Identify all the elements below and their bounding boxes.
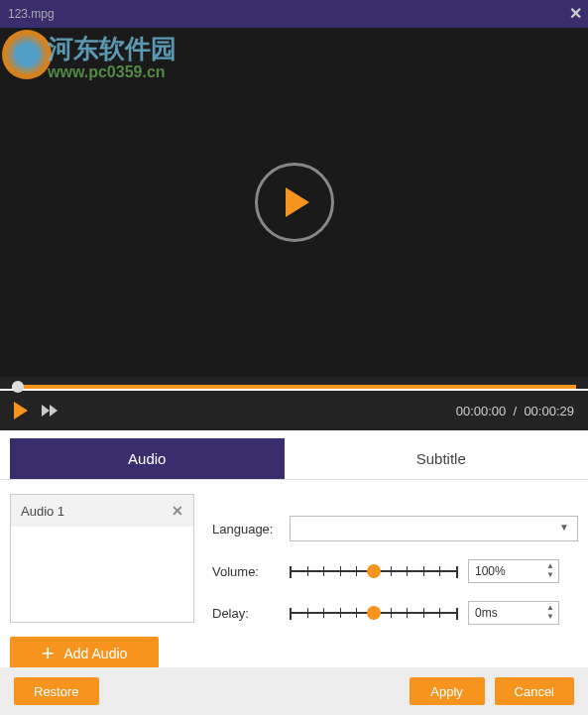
delay-spinner[interactable]: 0ms ▲▼ [468, 601, 559, 625]
volume-value: 100% [475, 564, 506, 578]
total-time: 00:00:29 [524, 404, 574, 418]
watermark-url: www.pc0359.cn [48, 63, 166, 81]
volume-label: Volume: [212, 564, 290, 579]
volume-slider[interactable] [290, 560, 458, 582]
language-select[interactable] [290, 516, 578, 541]
seek-bar[interactable] [12, 385, 576, 389]
titlebar: 123.mpg ✕ [0, 0, 588, 28]
remove-audio-icon[interactable]: ✕ [172, 503, 183, 519]
play-icon [286, 187, 309, 217]
volume-row: Volume: 100% ▲▼ [212, 559, 578, 583]
delay-value: 0ms [475, 606, 498, 620]
restore-button[interactable]: Restore [14, 677, 99, 705]
next-icon [50, 405, 58, 417]
audio-panel: Audio 1 ✕ + Add Audio Language: Volume: [0, 480, 588, 680]
language-label: Language: [212, 522, 290, 536]
cancel-button[interactable]: Cancel [495, 677, 574, 705]
time-display: 00:00:00 / 00:00:29 [456, 404, 574, 418]
next-frame-button[interactable] [42, 405, 58, 417]
apply-button[interactable]: Apply [410, 677, 485, 705]
audio-settings: Language: Volume: 100% ▲▼ Dela [212, 494, 578, 670]
tab-subtitle[interactable]: Subtitle [304, 438, 579, 479]
seek-thumb[interactable] [12, 381, 24, 393]
file-name: 123.mpg [8, 7, 55, 21]
audio-list: Audio 1 ✕ [10, 494, 194, 623]
plus-icon: + [42, 641, 55, 666]
language-row: Language: [212, 516, 578, 541]
play-button[interactable] [14, 402, 28, 419]
video-preview: 河东软件园 www.pc0359.cn [0, 28, 588, 377]
player-controls: 00:00:00 / 00:00:29 [0, 391, 588, 430]
close-icon[interactable]: ✕ [569, 4, 582, 23]
audio-list-section: Audio 1 ✕ + Add Audio [10, 494, 194, 670]
volume-thumb[interactable] [367, 564, 381, 578]
current-time: 00:00:00 [456, 404, 507, 418]
watermark-text: 河东软件园 [48, 32, 176, 66]
delay-row: Delay: 0ms ▲▼ [212, 601, 578, 625]
spinner-arrows-icon[interactable]: ▲▼ [546, 561, 554, 579]
add-audio-label: Add Audio [64, 646, 128, 661]
footer: Restore Apply Cancel [0, 667, 588, 715]
audio-item-label: Audio 1 [21, 504, 64, 519]
delay-slider[interactable] [290, 602, 458, 624]
play-overlay-button[interactable] [255, 163, 334, 242]
tab-audio[interactable]: Audio [10, 438, 285, 479]
spinner-arrows-icon[interactable]: ▲▼ [546, 603, 554, 621]
tabs: Audio Subtitle [0, 438, 588, 480]
list-item[interactable]: Audio 1 ✕ [11, 495, 193, 527]
add-audio-button[interactable]: + Add Audio [10, 637, 159, 670]
volume-spinner[interactable]: 100% ▲▼ [468, 559, 559, 583]
seek-area [0, 377, 588, 389]
watermark-logo-icon [2, 30, 52, 79]
next-icon [42, 405, 50, 417]
delay-thumb[interactable] [367, 606, 381, 620]
delay-label: Delay: [212, 606, 290, 621]
